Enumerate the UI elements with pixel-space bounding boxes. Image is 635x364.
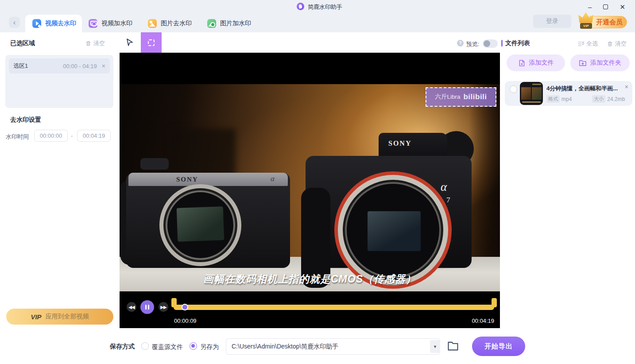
open-membership-button[interactable]: 开通会员 [588, 16, 627, 28]
time-start-input[interactable] [34, 130, 68, 142]
image-add-watermark-icon [207, 19, 216, 28]
tab-label: 图片加水印 [220, 19, 251, 27]
trim-handle-right[interactable] [492, 298, 497, 307]
app-window: 简鹿水印助手 – ✕ ‹ 视频去水印 视频加水印 图片去水印 图片加水印 登录 … [0, 0, 635, 364]
tab-label: 视频加水印 [101, 19, 132, 27]
file-meta: 格式 mp4 大小 24.2mb [546, 95, 625, 103]
trash-icon [85, 40, 91, 46]
trash-icon [607, 41, 613, 47]
export-button[interactable]: 开始导出 [472, 337, 525, 356]
file-name: 4分钟搞懂，全画幅和半画... [546, 85, 620, 93]
tab-image-add-watermark[interactable]: 图片加水印 [207, 15, 251, 32]
playhead[interactable] [182, 304, 188, 310]
overwrite-source-radio[interactable] [141, 342, 149, 350]
rewind-button[interactable]: ◀◀ [127, 302, 136, 312]
open-folder-button[interactable] [447, 340, 460, 353]
login-button[interactable]: 登录 [533, 15, 571, 28]
output-path-input[interactable] [226, 338, 440, 355]
selected-regions-title: 已选区域 [10, 39, 35, 47]
image-remove-watermark-icon [148, 19, 157, 28]
tab-label: 图片去水印 [161, 19, 192, 27]
region-item[interactable]: 选区1 00:00 - 04:19 × [9, 58, 110, 74]
total-time: 00:04:19 [472, 318, 494, 324]
file-thumbnail [520, 82, 543, 105]
file-remove-button[interactable]: × [625, 83, 628, 90]
file-item[interactable]: 4分钟搞懂，全画幅和半画... × 格式 mp4 大小 24.2mb [505, 81, 632, 106]
video-player: SONY α SONY α [120, 53, 500, 328]
tab-video-remove-watermark[interactable]: 视频去水印 [25, 15, 82, 32]
video-scene[interactable]: SONY α SONY α [120, 84, 500, 291]
watermark-time-label: 水印时间 [6, 133, 29, 141]
tab-label: 视频去水印 [45, 19, 76, 27]
preview-help-icon[interactable]: ? [457, 40, 464, 46]
preview-label: 预览: [466, 40, 480, 48]
thumbnail-caption [532, 84, 541, 85]
overwrite-source-label[interactable]: 覆盖源文件 [152, 343, 183, 351]
save-as-radio[interactable] [190, 342, 197, 350]
minimize-button[interactable]: – [588, 4, 592, 10]
vip-membership[interactable]: 开通会员 VIP [578, 12, 628, 31]
camera-sensor [368, 211, 421, 251]
watermark-selection-box[interactable]: 六斤Libra bilibili [426, 87, 496, 107]
add-folder-label: 添加文件夹 [590, 59, 621, 67]
add-folder-button[interactable]: 添加文件夹 [570, 54, 630, 71]
region-remove-button[interactable]: × [102, 62, 105, 70]
region-list: 选区1 00:00 - 04:19 × [5, 55, 113, 108]
chevron-left-icon: ‹ [13, 19, 16, 26]
time-end-input[interactable] [77, 130, 111, 142]
path-dropdown-button[interactable]: ▼ [430, 340, 440, 353]
file-select-radio[interactable] [510, 85, 517, 93]
cursor-icon [125, 38, 134, 47]
back-button[interactable]: ‹ [9, 17, 20, 28]
camera-body: SONY α [126, 173, 290, 268]
format-chip: 格式 [546, 95, 560, 103]
clear-regions-label: 清空 [93, 39, 105, 47]
marquee-select-tool-button[interactable] [141, 32, 162, 53]
size-value: 24.2mb [607, 96, 625, 102]
model-number: 7 [446, 196, 450, 205]
thumbnail-frame [521, 87, 531, 100]
pause-icon [145, 305, 147, 310]
apply-label: 应用到全部视频 [46, 313, 89, 321]
size-chip: 大小 [592, 95, 605, 103]
app-title: 简鹿水印助手 [308, 3, 342, 11]
add-file-label: 添加文件 [529, 59, 554, 67]
timeline-bar[interactable] [174, 305, 494, 310]
alpha-logo: α [271, 174, 275, 183]
crown-icon [578, 12, 593, 23]
camera-sensor [177, 206, 225, 242]
app-logo-icon [297, 3, 304, 10]
watermark-settings-title: 去水印设置 [10, 116, 41, 124]
tab-video-add-watermark[interactable]: 视频加水印 [89, 15, 132, 32]
select-all-icon [578, 41, 584, 46]
clear-files-button[interactable]: 清空 [607, 40, 627, 48]
folder-icon [447, 340, 459, 352]
file-list-accent-bar [501, 40, 503, 46]
camera-right: SONY α 7 [306, 133, 472, 268]
tab-image-remove-watermark[interactable]: 图片去水印 [148, 15, 192, 32]
caret-down-icon: ▼ [433, 345, 437, 349]
pause-button[interactable] [140, 300, 154, 314]
select-all-label: 全选 [586, 40, 598, 48]
bilibili-logo: bilibili [463, 93, 487, 101]
preview-toggle[interactable] [483, 39, 498, 48]
cursor-tool-button[interactable] [125, 38, 135, 48]
window-controls: – ✕ [588, 0, 625, 13]
clear-regions-button[interactable]: 清空 [85, 39, 105, 47]
video-remove-watermark-icon [32, 19, 41, 28]
select-all-button[interactable]: 全选 [578, 40, 598, 48]
clear-files-label: 清空 [615, 40, 627, 48]
thumbnail-caption [522, 101, 541, 103]
camera-top-plate: SONY α [128, 173, 288, 186]
apply-to-all-videos-button[interactable]: VIP 应用到全部视频 [6, 309, 113, 325]
forward-button[interactable]: ▶▶ [159, 302, 168, 312]
save-method-label: 保存方式 [110, 343, 135, 351]
sony-logo: SONY [388, 139, 411, 147]
maximize-button[interactable] [603, 4, 608, 9]
add-file-button[interactable]: 添加文件 [507, 54, 565, 71]
save-as-label[interactable]: 另存为 [200, 343, 219, 351]
sony-logo: SONY [176, 176, 198, 183]
close-button[interactable]: ✕ [620, 4, 625, 10]
region-name: 选区1 [13, 62, 28, 70]
camera-left: SONY α [126, 162, 290, 268]
